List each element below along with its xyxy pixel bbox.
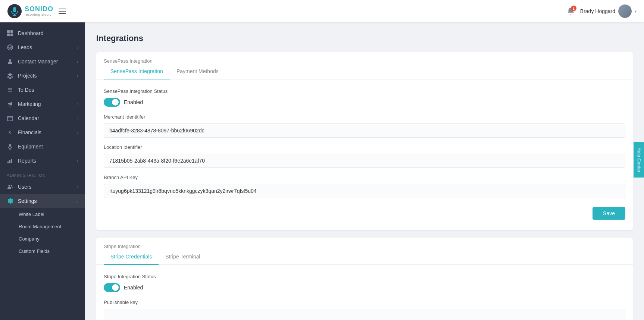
sensepass-status-label: SensePass Integration Status — [104, 88, 625, 94]
svg-rect-5 — [59, 11, 66, 12]
svg-rect-1 — [13, 7, 16, 12]
svg-rect-23 — [9, 144, 11, 147]
sidebar-item-leads[interactable]: Leads › — [0, 40, 85, 54]
svg-point-14 — [9, 59, 11, 62]
sidebar-item-financials[interactable]: $ Financials › — [0, 125, 85, 139]
svg-rect-7 — [7, 30, 10, 33]
sensepass-save-row: Save — [104, 205, 625, 221]
sidebar-item-reports[interactable]: Reports › — [0, 154, 85, 168]
sidebar-sub-white-label[interactable]: White Label — [0, 208, 85, 220]
chevron-users-icon: › — [77, 185, 78, 189]
svg-rect-18 — [7, 116, 13, 121]
chevron-calendar-icon: › — [77, 116, 78, 120]
logo: SONIDO recording studio — [7, 4, 53, 18]
location-label: Location Identifier — [104, 144, 625, 150]
stripe-card-body: Stripe Integration Status Enabled Publis… — [96, 265, 633, 320]
sidebar-item-settings[interactable]: Settings ⌄ — [0, 194, 85, 208]
stripe-toggle[interactable] — [104, 283, 120, 292]
sidebar-item-calendar[interactable]: Calendar › — [0, 111, 85, 125]
top-header: SONIDO recording studio 1 Brady Hoggard … — [0, 0, 644, 22]
chevron-financials-icon: › — [77, 131, 78, 135]
sensepass-save-button[interactable]: Save — [593, 207, 625, 220]
sidebar-label-leads: Leads — [18, 44, 32, 50]
sidebar-item-users[interactable]: Users › — [0, 180, 85, 194]
user-name: Brady Hoggard — [580, 8, 615, 14]
chevron-leads-icon: › — [77, 46, 78, 50]
branch-input[interactable] — [104, 184, 625, 198]
sensepass-toggle-row: Enabled — [104, 98, 625, 107]
help-center-tab[interactable]: Help Center — [633, 142, 644, 178]
location-input[interactable] — [104, 154, 625, 168]
sidebar-label-dashboard: Dashboard — [18, 30, 44, 36]
admin-section-label: Administration — [0, 168, 85, 180]
sensepass-toggle[interactable] — [104, 98, 120, 107]
main-layout: Dashboard Leads › Contact Manager — [0, 22, 644, 320]
sidebar-item-projects[interactable]: Projects › — [0, 69, 85, 83]
sidebar-label-settings: Settings — [18, 198, 37, 204]
logo-icon — [7, 4, 22, 18]
tab-sensepass-integration[interactable]: SensePass Integration — [104, 64, 170, 79]
svg-rect-26 — [7, 161, 9, 163]
user-icon — [7, 58, 13, 65]
hamburger-menu[interactable] — [59, 7, 66, 15]
notification-count: 1 — [571, 6, 576, 11]
bar-chart-icon — [7, 157, 13, 164]
stripe-card: Stripe Integration Stripe Credentials St… — [96, 238, 633, 320]
avatar — [618, 4, 632, 18]
publishable-label: Publishable key — [104, 299, 625, 305]
sidebar: Dashboard Leads › Contact Manager — [0, 22, 85, 320]
merchant-input[interactable] — [104, 123, 625, 138]
brand-sub: recording studio — [25, 13, 53, 17]
svg-rect-17 — [8, 91, 12, 92]
svg-rect-8 — [10, 30, 13, 33]
main-content: Integrations SensePass Integration Sense… — [85, 22, 644, 320]
sidebar-item-marketing[interactable]: Marketing › — [0, 97, 85, 111]
sidebar-label-reports: Reports — [18, 158, 36, 164]
users-icon — [7, 183, 13, 190]
megaphone-icon — [7, 101, 13, 107]
sidebar-sub-custom-fields[interactable]: Custom Fields — [0, 245, 85, 257]
sensepass-card: SensePass Integration SensePass Integrat… — [96, 52, 633, 230]
list-icon — [7, 87, 13, 93]
layers-icon — [7, 72, 13, 79]
tab-stripe-credentials[interactable]: Stripe Credentials — [104, 249, 159, 265]
sidebar-label-marketing: Marketing — [18, 101, 41, 107]
svg-text:$: $ — [9, 130, 11, 135]
svg-rect-6 — [59, 13, 66, 14]
sidebar-item-dashboard[interactable]: Dashboard — [0, 26, 85, 40]
stripe-tabs: Stripe Credentials Stripe Terminal — [96, 249, 633, 265]
sensepass-card-body: SensePass Integration Status Enabled Mer… — [96, 79, 633, 230]
publishable-key-input[interactable] — [104, 309, 625, 320]
svg-rect-10 — [10, 34, 13, 36]
sidebar-label-contact-manager: Contact Manager — [18, 59, 58, 65]
grid-icon — [7, 30, 13, 37]
stripe-toggle-label: Enabled — [124, 285, 143, 291]
sidebar-sub-room-management[interactable]: Room Management — [0, 220, 85, 233]
sidebar-item-contact-manager[interactable]: Contact Manager › — [0, 54, 85, 69]
calendar-icon — [7, 115, 13, 122]
chevron-marketing-icon: › — [77, 102, 78, 106]
sidebar-label-projects: Projects — [18, 73, 37, 79]
sidebar-label-users: Users — [18, 184, 32, 190]
stripe-toggle-row: Enabled — [104, 283, 625, 292]
header-right: 1 Brady Hoggard ▾ — [567, 4, 637, 18]
gear-icon — [7, 198, 13, 204]
mic-icon — [7, 143, 13, 150]
chevron-projects-icon: › — [77, 74, 78, 78]
sidebar-item-equipment[interactable]: Equipment — [0, 139, 85, 154]
sensepass-toggle-label: Enabled — [124, 99, 143, 105]
svg-point-29 — [9, 185, 10, 187]
user-menu[interactable]: Brady Hoggard ▾ — [580, 4, 637, 18]
tab-stripe-terminal[interactable]: Stripe Terminal — [159, 249, 207, 265]
sensepass-tabs: SensePass Integration Payment Methods — [96, 64, 633, 79]
sidebar-label-todos: To Dos — [18, 87, 34, 93]
chevron-settings-icon: ⌄ — [75, 199, 78, 203]
branch-label: Branch API Key — [104, 175, 625, 180]
sidebar-item-todos[interactable]: To Dos — [0, 83, 85, 97]
tab-payment-methods[interactable]: Payment Methods — [170, 64, 225, 79]
sidebar-sub-company[interactable]: Company — [0, 233, 85, 245]
svg-rect-9 — [7, 34, 10, 36]
svg-point-13 — [10, 47, 11, 48]
sensepass-section-label: SensePass Integration — [96, 52, 633, 64]
notification-bell[interactable]: 1 — [567, 7, 575, 15]
